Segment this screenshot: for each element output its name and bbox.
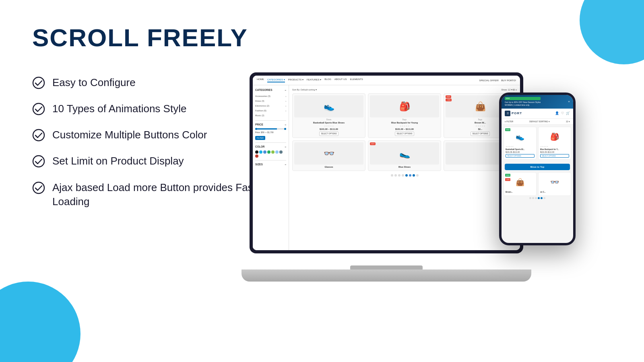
feature-text: Easy to Configure (52, 76, 136, 90)
phone-dot[interactable] (529, 197, 531, 199)
laptop-screen-outer: HOME CATEGORIES ▾ PRODUCTS ▾ FEATURES ▾ … (250, 72, 523, 253)
swatch-cyan[interactable] (259, 150, 262, 154)
laptop-mockup: HOME CATEGORIES ▾ PRODUCTS ▾ FEATURES ▾ … (250, 72, 531, 282)
check-icon (32, 181, 45, 194)
color-swatches (255, 150, 286, 158)
phone-product-image: 👜 (506, 174, 535, 190)
phone-sort-label[interactable]: DEFAULT SORTING ▾ (529, 120, 550, 123)
product-image: 🥿 (370, 142, 439, 165)
product-stars: ★★★★★ (370, 125, 439, 127)
svg-point-0 (33, 77, 44, 88)
svg-point-2 (33, 130, 44, 141)
dot[interactable] (391, 174, 393, 177)
phone-banner-title: Get Up to 60% OFF New-Season Styles (505, 101, 541, 104)
phone-dot[interactable] (532, 197, 534, 199)
move-to-top-button[interactable]: Move to Top (505, 164, 570, 170)
phone-banner-text: NEW Get Up to 60% OFF New-Season Styles … (505, 97, 541, 107)
feature-item: Customize Multiple Buttons Color (32, 128, 274, 142)
page-title: SCROLL FREELY (32, 24, 274, 51)
phone-dot[interactable] (535, 197, 537, 199)
product-badge-hot: HOT (370, 142, 376, 145)
phone-select-button[interactable]: SELECT OPTIONS (540, 154, 569, 158)
price-slider (255, 128, 286, 130)
phone-logo: ☰ PORT (505, 111, 522, 116)
feature-item: Easy to Configure (32, 76, 274, 90)
phone-banner-subtitle: WOMEN | Limited time only. (505, 104, 541, 107)
product-name: Blue Backpack for Young (370, 121, 439, 124)
ecom-products: Sort By: Default sorting ▾ Show: 12 ▾ ⊞ … (289, 85, 520, 250)
feature-item: Ajax based Load more Button provides Fas… (32, 181, 274, 209)
products-toolbar: Sort By: Default sorting ▾ Show: 12 ▾ ⊞ … (292, 88, 517, 91)
product-name: Glasses (294, 166, 363, 168)
check-icon (32, 129, 45, 142)
product-card: HOT 🥿 Blue Shoes (368, 140, 441, 171)
dot[interactable] (394, 174, 397, 177)
phone-product-name: Blue Backpack for Y... (540, 148, 569, 150)
filter-button[interactable]: FILTER (255, 136, 265, 140)
phone-dot-active[interactable] (538, 197, 540, 199)
phone-menu-icon[interactable]: ☰ (505, 111, 510, 116)
check-icon (32, 103, 45, 115)
check-icon (32, 76, 45, 89)
dot-active[interactable] (413, 174, 415, 177)
show-label: Show: 12 ▾ ⊞ ≡ (501, 88, 517, 91)
product-image: 🎒 (370, 95, 439, 117)
phone-banner-close[interactable]: × (568, 100, 570, 103)
phone-mockup: NEW Get Up to 60% OFF New-Season Styles … (499, 93, 576, 245)
dot[interactable] (416, 174, 419, 177)
phone-cart-icon[interactable]: 🛒 (566, 111, 570, 115)
nav-links: HOME CATEGORIES ▾ PRODUCTS ▾ FEATURES ▾ … (257, 78, 363, 82)
product-category: Bags (370, 119, 439, 121)
feature-text: Set Limit on Product Display (52, 154, 184, 168)
swatch-green[interactable] (267, 150, 270, 154)
product-image: 👓 (294, 142, 363, 165)
special-offer: SPECIAL OFFER! (479, 79, 499, 82)
product-badge-hot: HOT (446, 95, 451, 98)
swatch-black[interactable] (255, 150, 258, 154)
phone-product-name: Brown... (506, 191, 535, 193)
phone-filter-button[interactable]: ≡ FILTER (505, 120, 513, 123)
swatch-lime[interactable] (271, 150, 275, 154)
swatch-blue[interactable] (263, 150, 266, 154)
ecom-body: CATEGORIES– Accessories (3)› Dress (4)› … (253, 85, 520, 250)
product-price: $101.00 – $111.00 (294, 128, 363, 130)
ecom-sidebar: CATEGORIES– Accessories (3)› Dress (4)› … (253, 85, 289, 250)
phone-banner: NEW Get Up to 60% OFF New-Season Styles … (502, 95, 573, 109)
sort-label: Sort By: Default sorting ▾ (292, 88, 317, 91)
dot-active[interactable] (405, 174, 408, 177)
phone-select-button[interactable]: SELECT OPTIONS (506, 154, 535, 158)
dot-active[interactable] (409, 174, 411, 177)
feature-text: Ajax based Load more Button provides Fas… (52, 181, 274, 209)
phone-product-stars: ★★★★★ (506, 145, 535, 148)
select-options-button[interactable]: SELECT OPTIONS (395, 132, 415, 136)
product-card: 👓 Glasses (292, 140, 365, 171)
phone-dot[interactable] (543, 197, 545, 199)
product-image: 👟 (294, 95, 363, 117)
select-options-button[interactable]: SELECT OPTIONS (319, 132, 339, 136)
phone-product-name: Basketball Sports Bl... (506, 148, 535, 150)
phone-pagination (502, 197, 573, 199)
phone-screen: NEW Get Up to 60% OFF New-Season Styles … (502, 95, 573, 243)
phone-banner-new: NEW (505, 97, 541, 100)
cat-fashion: Fashion (6)› (255, 108, 286, 113)
phone-product-image: 🎒 (540, 129, 569, 145)
phone-product-card: 🎒 ★★★★★ Blue Backpack for Y... $101.00–$… (538, 127, 571, 160)
phone-user-icon[interactable]: 👤 (555, 111, 559, 115)
swatch-gray[interactable] (279, 150, 283, 154)
select-options-button[interactable]: SELECT OPTIONS (471, 132, 490, 136)
feature-item: Set Limit on Product Display (32, 154, 274, 168)
nav-right: SPECIAL OFFER! BUY PORTO! (479, 79, 516, 82)
phone-products-bottom: NEW -19% 👜 Brown... 👓 on C... (502, 172, 573, 196)
nav-about: ABOUT US (334, 78, 347, 82)
swatch-lightblue[interactable] (275, 150, 279, 154)
phone-badge-sale: -19% (505, 178, 510, 181)
phone-wishlist-icon[interactable]: ♡ (561, 111, 564, 115)
phone-dot-active[interactable] (541, 197, 543, 199)
products-grid: 👟 Shoes Basketball Sports Blue Shoes ★★★… (292, 93, 517, 171)
laptop-screen-inner: HOME CATEGORIES ▾ PRODUCTS ▾ FEATURES ▾ … (253, 76, 520, 250)
dot[interactable] (398, 174, 400, 177)
phone-product-image: 👓 (540, 174, 569, 190)
dot[interactable] (402, 174, 404, 177)
swatch-red[interactable] (255, 154, 258, 158)
feature-item: 10 Types of Animations Style (32, 102, 274, 116)
